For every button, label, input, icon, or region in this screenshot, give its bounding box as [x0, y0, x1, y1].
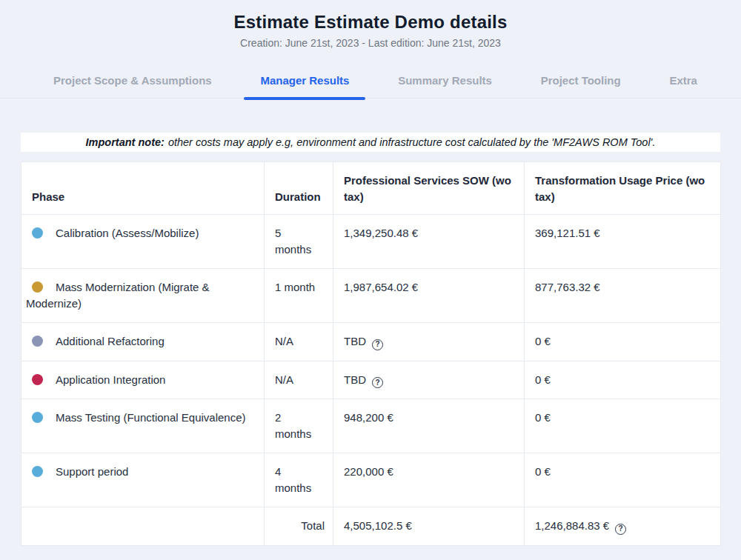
- page-title-prefix: Estimate: [233, 12, 309, 32]
- duration-cell: 5 months: [265, 215, 333, 269]
- sow-price-cell-value: 1,987,654.02 €: [344, 281, 418, 293]
- usage-price-cell-value: 877,763.32 €: [535, 281, 600, 293]
- creation-edition-dates: Creation: June 21st, 2023 - Last edition…: [0, 36, 741, 50]
- table-row: Calibration (Assess/Mobilize)5 months1,3…: [21, 215, 721, 269]
- phase-cell: Mass Testing (Functional Equivalence): [21, 399, 265, 453]
- duration-cell: N/A: [265, 323, 333, 361]
- table-row: Application IntegrationN/ATBD?0 €: [21, 361, 721, 399]
- total-sow-cell: 4,505,102.5 €: [333, 507, 525, 546]
- sow-price-cell-value: TBD: [344, 335, 366, 347]
- help-icon[interactable]: ?: [372, 377, 383, 388]
- usage-price-cell: 877,763.32 €: [525, 269, 721, 323]
- sow-price-cell-value: 1,349,250.48 €: [344, 227, 418, 239]
- duration-cell: 4 months: [265, 453, 333, 507]
- usage-price-cell: 0 €: [525, 361, 721, 399]
- phase-cell: Support period: [21, 453, 265, 507]
- total-sow-cell-value: 4,505,102.5 €: [344, 519, 412, 532]
- tab-bar: Project Scope & AssumptionsManager Resul…: [0, 63, 741, 99]
- phase-label: Support period: [56, 465, 128, 478]
- sow-price-cell: 1,987,654.02 €: [333, 269, 525, 323]
- phase-color-dot: [32, 412, 43, 423]
- phase-label: Mass Modernization (Migrate & Modernize): [26, 281, 210, 310]
- phase-color-dot: [32, 281, 43, 293]
- phase-results-table: PhaseDurationProfessional Services SOW (…: [21, 161, 721, 546]
- column-header: Duration: [265, 162, 333, 215]
- sow-price-cell: TBD?: [333, 361, 525, 399]
- phase-label: Application Integration: [56, 373, 165, 386]
- help-icon[interactable]: ?: [372, 339, 383, 350]
- sow-price-cell-value: 220,000 €: [344, 465, 393, 478]
- tab-manager-results[interactable]: Manager Results: [260, 63, 349, 99]
- phase-cell: Mass Modernization (Migrate & Modernize): [21, 269, 265, 323]
- usage-price-cell: 369,121.51 €: [525, 215, 721, 269]
- usage-price-cell-value: 369,121.51 €: [535, 227, 600, 239]
- important-note-label: Important note:: [86, 136, 165, 148]
- total-row: Total4,505,102.5 €1,246,884.83 €?: [21, 507, 721, 546]
- sow-price-cell: TBD?: [333, 323, 525, 361]
- usage-price-cell-value: 0 €: [535, 335, 551, 347]
- phase-label: Additional Refactoring: [56, 335, 165, 347]
- sow-price-cell: 220,000 €: [333, 453, 525, 507]
- main-content: Important note: other costs may apply e.…: [21, 133, 720, 546]
- phase-cell: Calibration (Assess/Mobilize): [21, 215, 265, 269]
- table-row: Additional RefactoringN/ATBD?0 €: [21, 323, 721, 361]
- sow-price-cell-value: TBD: [344, 373, 366, 386]
- tab-project-tooling[interactable]: Project Tooling: [541, 63, 621, 99]
- total-usage-cell-value: 1,246,884.83 €: [535, 519, 609, 532]
- help-icon[interactable]: ?: [615, 524, 626, 535]
- tab-extra[interactable]: Extra: [669, 63, 697, 99]
- usage-price-cell: 0 €: [525, 399, 721, 453]
- column-header: Phase: [21, 162, 265, 215]
- usage-price-cell-value: 0 €: [535, 465, 551, 478]
- duration-cell: 1 month: [265, 269, 333, 323]
- total-empty-cell: [21, 507, 265, 546]
- table-row: Mass Testing (Functional Equivalence)2 m…: [21, 399, 721, 453]
- phase-color-dot: [32, 227, 43, 239]
- column-header: Professional Services SOW (wo tax): [333, 162, 525, 215]
- phase-color-dot: [32, 336, 43, 347]
- tab-project-scope-assumptions[interactable]: Project Scope & Assumptions: [53, 63, 212, 99]
- usage-price-cell-value: 0 €: [535, 373, 551, 386]
- sow-price-cell-value: 948,200 €: [344, 411, 393, 424]
- total-label-cell: Total: [265, 507, 333, 546]
- duration-cell: N/A: [265, 361, 333, 399]
- estimate-name: Estimate Demo: [314, 12, 445, 32]
- important-note-banner: Important note: other costs may apply e.…: [21, 133, 720, 152]
- usage-price-cell: 0 €: [525, 323, 721, 361]
- phase-cell: Application Integration: [21, 361, 265, 399]
- total-usage-cell: 1,246,884.83 €?: [525, 507, 721, 546]
- table-row: Support period4 months220,000 €0 €: [21, 453, 721, 507]
- page-title: EstimateEstimate Demodetails: [0, 11, 741, 33]
- important-note-text: other costs may apply e.g, environment a…: [168, 136, 656, 148]
- tab-summary-results[interactable]: Summary Results: [398, 63, 492, 99]
- table-row: Mass Modernization (Migrate & Modernize)…: [21, 269, 721, 323]
- phase-label: Calibration (Assess/Mobilize): [56, 227, 199, 239]
- duration-cell: 2 months: [265, 399, 333, 453]
- usage-price-cell-value: 0 €: [535, 411, 551, 424]
- column-header: Transformation Usage Price (wo tax): [525, 162, 721, 215]
- phase-color-dot: [32, 466, 43, 477]
- page-header: EstimateEstimate Demodetails Creation: J…: [0, 0, 741, 50]
- usage-price-cell: 0 €: [525, 453, 721, 507]
- table-header-row: PhaseDurationProfessional Services SOW (…: [21, 162, 721, 215]
- phase-cell: Additional Refactoring: [21, 323, 265, 361]
- sow-price-cell: 1,349,250.48 €: [333, 215, 525, 269]
- page-title-suffix: details: [450, 12, 507, 32]
- phase-color-dot: [32, 374, 43, 385]
- sow-price-cell: 948,200 €: [333, 399, 525, 453]
- phase-label: Mass Testing (Functional Equivalence): [56, 411, 246, 424]
